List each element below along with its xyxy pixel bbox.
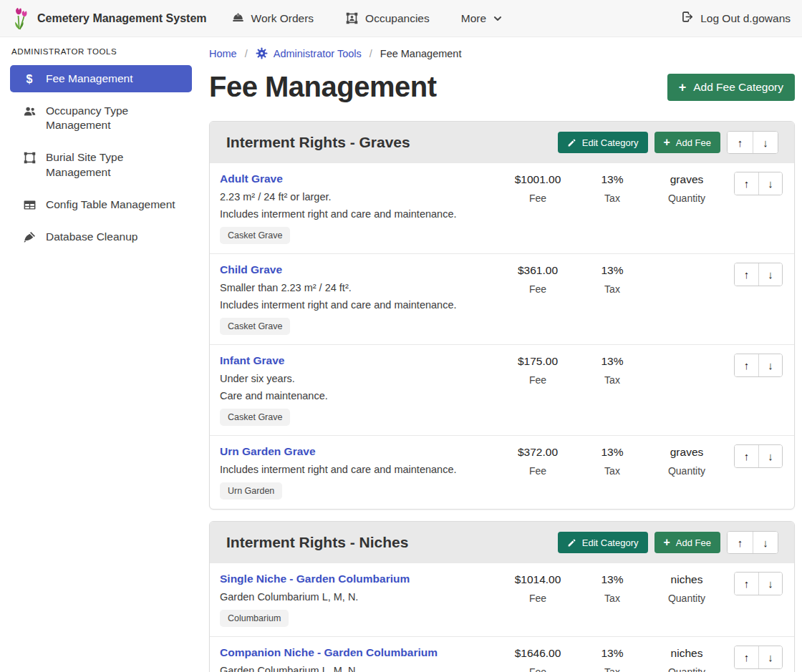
- fee-amount: $175.00: [501, 355, 575, 368]
- fee-label: Fee: [501, 374, 575, 386]
- edit-category-label: Edit Category: [582, 537, 639, 548]
- quantity-unit: graves: [649, 446, 724, 459]
- primary-nav: Work Orders Occupancies More: [231, 11, 503, 25]
- move-fee-up-button[interactable]: ↑: [735, 445, 758, 467]
- dollar-icon: $: [22, 72, 37, 86]
- fee-row-adult-grave: Adult Grave2.23 m² / 24 ft² or larger.In…: [210, 163, 794, 253]
- sidebar-item-config-table-management[interactable]: Config Table Management: [10, 191, 192, 218]
- arrow-up-icon: ↑: [744, 651, 750, 663]
- nav-work-orders[interactable]: Work Orders: [231, 11, 314, 25]
- move-fee-up-button[interactable]: ↑: [735, 646, 758, 668]
- fee-label: Fee: [501, 465, 575, 477]
- sidebar-item-occupancy-type-management[interactable]: Occupancy Type Management: [10, 97, 192, 139]
- edit-category-button[interactable]: Edit Category: [558, 532, 648, 553]
- move-fee-up-button[interactable]: ↑: [735, 354, 758, 376]
- sidebar-nav: $Fee ManagementOccupancy Type Management…: [10, 65, 192, 250]
- move-category-up-button[interactable]: ↑: [728, 132, 753, 153]
- breadcrumb-separator: /: [245, 48, 248, 59]
- category-reorder-group: ↑↓: [727, 131, 778, 154]
- arrow-down-icon: ↓: [763, 137, 768, 149]
- tax-label: Tax: [575, 666, 649, 672]
- sidebar-item-database-cleanup[interactable]: Database Cleanup: [10, 223, 192, 250]
- move-fee-up-button[interactable]: ↑: [735, 263, 758, 286]
- fee-name-link[interactable]: Infant Grave: [220, 354, 284, 367]
- arrow-down-icon: ↓: [768, 268, 773, 281]
- nav-more[interactable]: More: [461, 12, 503, 25]
- fee-name-link[interactable]: Adult Grave: [220, 172, 283, 185]
- quantity-label: Quantity: [649, 593, 724, 604]
- move-fee-up-button[interactable]: ↑: [735, 573, 758, 595]
- fee-reorder-group: ↑↓: [734, 263, 783, 286]
- fee-amount: $372.00: [501, 446, 575, 459]
- fee-label: Fee: [501, 593, 575, 604]
- plus-icon: +: [664, 537, 670, 548]
- fee-name-link[interactable]: Urn Garden Grave: [220, 445, 316, 458]
- plus-icon: +: [679, 81, 687, 94]
- move-fee-up-button[interactable]: ↑: [735, 172, 758, 195]
- fee-reorder-group: ↑↓: [734, 354, 783, 377]
- nav-occupancies[interactable]: Occupancies: [345, 11, 430, 25]
- sidebar-item-label: Fee Management: [46, 72, 133, 86]
- fee-type-badge: Casket Grave: [220, 227, 290, 244]
- quantity-column: [649, 354, 724, 355]
- move-fee-down-button[interactable]: ↓: [758, 646, 782, 668]
- arrow-down-icon: ↓: [768, 450, 773, 462]
- fee-amount-column: $1014.00Fee: [501, 572, 575, 604]
- move-fee-down-button[interactable]: ↓: [758, 573, 782, 595]
- move-category-up-button[interactable]: ↑: [728, 532, 753, 553]
- sidebar-item-burial-site-type-management[interactable]: Burial Site Type Management: [10, 144, 192, 185]
- fee-reorder-group: ↑↓: [734, 172, 783, 195]
- sidebar: ADMINISTRATOR TOOLS $Fee ManagementOccup…: [0, 37, 200, 672]
- category-reorder-group: ↑↓: [727, 531, 778, 554]
- move-category-down-button[interactable]: ↓: [753, 132, 778, 153]
- fee-amount: $1014.00: [501, 573, 575, 586]
- edit-category-button[interactable]: Edit Category: [558, 132, 648, 153]
- tax-rate: 13%: [575, 573, 649, 586]
- fee-description: Includes interment right and care and ma…: [220, 208, 456, 220]
- breadcrumb-label: Home: [209, 48, 237, 59]
- fee-type-badge: Urn Garden: [220, 482, 282, 500]
- fee-name-link[interactable]: Companion Niche - Garden Columbarium: [220, 646, 438, 659]
- sidebar-item-fee-management[interactable]: $Fee Management: [10, 65, 192, 92]
- fee-type-badge: Casket Grave: [220, 409, 290, 426]
- sidebar-item-label: Config Table Management: [46, 198, 175, 212]
- fee-amount-column: $1646.00Fee: [501, 646, 575, 672]
- add-fee-button[interactable]: +Add Fee: [654, 532, 721, 553]
- frame-corners-icon: [22, 151, 37, 165]
- fee-description: Under six years.: [220, 373, 295, 384]
- fee-reorder-group: ↑↓: [734, 444, 783, 468]
- arrow-up-icon: ↑: [738, 537, 743, 549]
- tax-rate: 13%: [575, 264, 649, 277]
- fee-type-badge: Casket Grave: [220, 318, 290, 335]
- tax-label: Tax: [575, 283, 649, 295]
- breadcrumb-home[interactable]: Home: [209, 48, 237, 59]
- move-fee-down-button[interactable]: ↓: [758, 172, 782, 195]
- move-fee-down-button[interactable]: ↓: [758, 263, 782, 286]
- fee-name-link[interactable]: Child Grave: [220, 263, 282, 276]
- chevron-down-icon: [493, 14, 503, 24]
- gear-icon: [256, 47, 268, 59]
- fee-row-infant-grave: Infant GraveUnder six years.Care and mai…: [210, 344, 794, 435]
- add-fee-category-button[interactable]: + Add Fee Category: [667, 74, 795, 101]
- fee-description: Includes interment right and care and ma…: [220, 299, 456, 311]
- fee-categories-list: Interment Rights - GravesEdit Category+A…: [209, 121, 795, 672]
- tax-rate: 13%: [575, 446, 649, 459]
- add-fee-label: Add Fee: [676, 537, 711, 548]
- logout-button[interactable]: Log Out d.gowans: [680, 10, 791, 26]
- add-fee-button[interactable]: +Add Fee: [654, 132, 721, 153]
- tax-rate: 13%: [575, 647, 649, 660]
- move-fee-down-button[interactable]: ↓: [758, 354, 782, 376]
- fee-name-link[interactable]: Single Niche - Garden Columbarium: [220, 573, 410, 585]
- fee-amount-column: $1001.00Fee: [501, 172, 575, 204]
- fee-description: Care and maintenance.: [220, 390, 328, 401]
- move-category-down-button[interactable]: ↓: [753, 532, 778, 553]
- breadcrumb-administrator-tools[interactable]: Administrator Tools: [256, 47, 362, 59]
- move-fee-down-button[interactable]: ↓: [758, 445, 782, 467]
- arrow-up-icon: ↑: [744, 450, 750, 462]
- arrow-up-icon: ↑: [744, 268, 750, 281]
- fee-description: Garden Columbarium L, M, N.: [220, 591, 358, 603]
- fee-amount-column: $372.00Fee: [501, 444, 575, 477]
- fee-row-urn-garden-grave: Urn Garden GraveIncludes interment right…: [210, 435, 794, 509]
- breadcrumb-separator: /: [369, 48, 372, 59]
- tax-column: 13%Tax: [575, 354, 649, 386]
